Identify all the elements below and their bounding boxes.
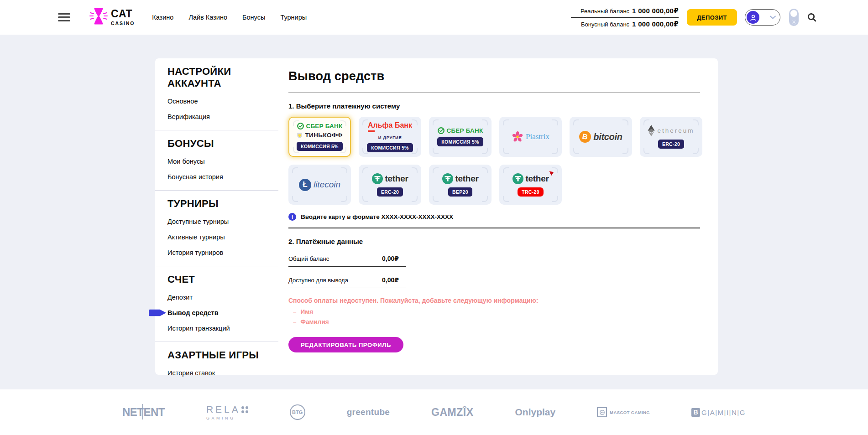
bonus-balance-row: Бонусный баланс 1 000 000,00₽	[571, 20, 679, 28]
cat-logo-icon	[89, 7, 108, 27]
list-marker: –	[293, 318, 297, 325]
netent-label: NETENT	[122, 406, 165, 419]
sidebar-item-bet-history[interactable]: История ставок	[167, 369, 274, 377]
sidebar-item-transaction-history[interactable]: История транзакций	[167, 325, 274, 332]
available-balance-label: Доступно для вывода	[288, 277, 348, 284]
search-icon	[807, 12, 817, 22]
sidebar-section-tournaments: ТУРНИРЫ Доступные турниры Активные турни…	[155, 191, 278, 266]
mascot-label: MASCOT GAMING	[610, 410, 650, 415]
payment-method-tether-erc20[interactable]: tether ERC-20	[359, 165, 421, 205]
ethereum-label: ethereum	[657, 127, 694, 134]
bgaming-b-icon: B	[691, 408, 700, 417]
sidebar-item-active-tournaments[interactable]: Активные турниры	[167, 233, 274, 241]
page-title: Вывод средств	[288, 69, 700, 83]
total-balance-label: Общий баланс	[288, 255, 329, 262]
tinkoff-shield-icon	[297, 132, 303, 139]
sidebar-item-my-bonuses[interactable]: Мои бонусы	[167, 158, 274, 165]
nav-tournaments[interactable]: Турниры	[280, 14, 307, 21]
nav-bonuses[interactable]: Бонусы	[242, 14, 265, 21]
payment-method-tether-bep20[interactable]: tether BEP20	[429, 165, 492, 205]
payment-method-bitcoin[interactable]: B bitcoin	[570, 117, 632, 157]
network-badge: TRC-20	[518, 187, 544, 197]
missing-field-first-name: – Имя	[293, 308, 700, 315]
deposit-button[interactable]: ДЕПОЗИТ	[687, 9, 737, 26]
provider-logo-greentube: greentube	[347, 407, 390, 417]
payment-method-ethereum[interactable]: ethereum ERC-20	[640, 117, 702, 157]
sidebar-item-tournament-history[interactable]: История турниров	[167, 249, 274, 256]
alfa-logo: Альфа Банк	[368, 121, 412, 132]
bonus-balance-label: Бонусный баланс	[581, 21, 629, 28]
brand-wordmark: CAT CASINO	[111, 9, 135, 26]
payment-method-litecoin[interactable]: Ł litecoin	[288, 165, 351, 205]
tether-coin-icon	[372, 173, 383, 184]
sber-label: СБЕР БАНК	[447, 127, 483, 134]
sidebar-item-available-tournaments[interactable]: Доступные турниры	[167, 218, 274, 225]
card-format-hint: i Вводите карту в формате ХХХХ-ХХХХ-ХХХХ…	[288, 213, 700, 221]
sidebar-item-main[interactable]: Основное	[167, 98, 274, 105]
provider-logo-btg: BTG	[290, 404, 305, 420]
commission-badge: КОМИССИЯ 5%	[437, 137, 483, 146]
user-icon	[749, 14, 757, 21]
tether-label: tether	[385, 174, 408, 184]
bgaming-label: G|A|M|I|N|G	[701, 409, 746, 416]
hamburger-menu-icon[interactable]	[58, 13, 70, 22]
piastrix-flower-icon	[512, 131, 523, 143]
account-menu-button[interactable]	[745, 9, 780, 26]
missing-field-last-name: – Фамилия	[293, 318, 700, 325]
payment-unavailable-message: Способ оплаты недоступен. Пожалуйста, до…	[288, 297, 700, 304]
sidebar-title-tournaments: ТУРНИРЫ	[167, 198, 274, 210]
bonus-balance-value: 1 000 000,00₽	[632, 20, 679, 28]
commission-badge: КОМИССИЯ 5%	[297, 142, 343, 151]
chevron-down-icon	[770, 16, 776, 19]
sidebar-item-withdrawal[interactable]: Вывод средств	[167, 309, 274, 316]
theme-toggle[interactable]	[789, 9, 799, 26]
btg-label: BTG	[292, 409, 303, 415]
sidebar-title-gambling: АЗАРТНЫЕ ИГРЫ	[167, 349, 274, 361]
real-balance-value: 1 000 000,00₽	[632, 7, 679, 15]
relax-sub-label: GAMING	[206, 416, 235, 420]
title-divider	[288, 93, 700, 93]
edit-profile-button[interactable]: РЕДАКТИРОВАТЬ ПРОФИЛЬ	[288, 337, 403, 352]
tether-coin-icon	[512, 173, 523, 184]
sidebar-item-withdrawal-label: Вывод средств	[167, 309, 219, 316]
brand-line2: CASINO	[111, 21, 135, 26]
main-nav: Казино Лайв Казино Бонусы Турниры	[152, 14, 307, 21]
providers-footer: NETENT RELA GAMING BTG greentube GAMZÎX …	[0, 389, 868, 435]
provider-logo-bgaming: B G|A|M|I|N|G	[691, 408, 746, 417]
network-badge: ERC-20	[658, 140, 684, 149]
gamzix-label: GAMZÎX	[431, 406, 473, 419]
provider-logo-netent: NETENT	[122, 406, 165, 419]
relax-label: RELA	[206, 404, 241, 415]
bitcoin-coin-icon: B	[579, 131, 591, 143]
sidebar-item-bonus-history[interactable]: Бонусная история	[167, 173, 274, 181]
payment-method-sber[interactable]: СБЕР БАНК КОМИССИЯ 5%	[429, 117, 492, 157]
provider-logo-onlyplay: Onlyplay	[515, 407, 555, 418]
search-button[interactable]	[807, 12, 817, 22]
mascot-icon	[597, 407, 607, 417]
payment-method-piastrix[interactable]: Piastrix	[499, 117, 562, 157]
sun-icon	[791, 20, 796, 25]
relax-dots-icon	[241, 406, 248, 413]
nav-casino[interactable]: Казино	[152, 14, 173, 21]
balance-divider	[571, 17, 679, 18]
missing-field-label: Имя	[301, 308, 314, 315]
sidebar-item-verification[interactable]: Верификация	[167, 113, 274, 120]
payment-method-tether-trc20[interactable]: tether TRC-20	[499, 165, 562, 205]
provider-logo-relax-gaming: RELA GAMING	[206, 404, 248, 420]
sidebar-section-settings: НАСТРОЙКИ АККАУНТА Основное Верификация	[155, 58, 278, 130]
total-balance-value: 0,00₽	[382, 255, 399, 262]
sber-label: СБЕР БАНК	[306, 123, 343, 129]
payment-method-alfa-bank[interactable]: Альфа Банк И ДРУГИЕ КОМИССИЯ 5%	[359, 117, 421, 157]
balance-block: Реальный баланс 1 000 000,00₽ Бонусный б…	[571, 7, 679, 28]
provider-logo-mascot-gaming: MASCOT GAMING	[597, 407, 650, 417]
avatar	[747, 11, 759, 24]
onlyplay-label: Onlyplay	[515, 407, 555, 418]
missing-fields-list: – Имя – Фамилия	[293, 308, 700, 325]
sidebar-item-deposit[interactable]: Депозит	[167, 294, 274, 301]
sidebar-section-bonuses: БОНУСЫ Мои бонусы Бонусная история	[155, 130, 278, 190]
provider-logo-gamzix: GAMZÎX	[431, 406, 473, 419]
payment-method-sber-tinkoff[interactable]: СБЕР БАНК ТИНЬКОФФ КОМИССИЯ 5%	[288, 117, 351, 157]
real-balance-row: Реальный баланс 1 000 000,00₽	[571, 7, 679, 15]
brand-logo[interactable]: CAT CASINO	[89, 7, 135, 27]
nav-live-casino[interactable]: Лайв Казино	[188, 14, 227, 21]
